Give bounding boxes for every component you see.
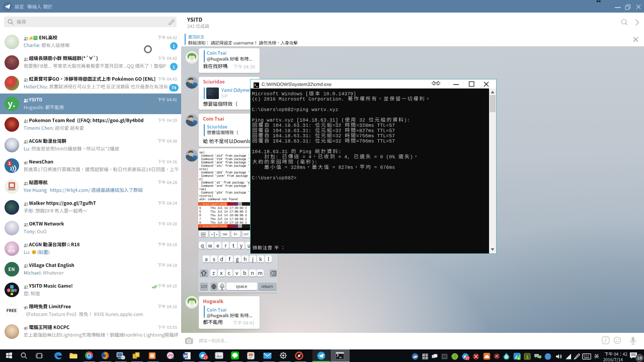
svg-text:1: 1 (526, 354, 529, 359)
svg-text:18: 18 (637, 355, 642, 360)
svg-text:1: 1 (8, 161, 11, 166)
svg-text:27: 27 (465, 356, 469, 360)
svg-text:W: W (183, 353, 188, 358)
svg-text:27: 27 (204, 356, 208, 359)
